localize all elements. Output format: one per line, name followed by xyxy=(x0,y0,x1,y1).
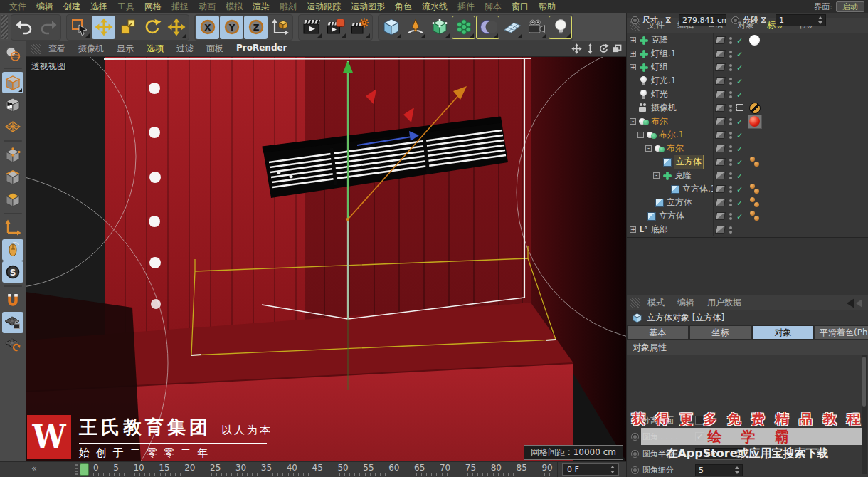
toggle-panel-icon[interactable] xyxy=(612,43,623,54)
object-tag-icon[interactable] xyxy=(748,48,761,61)
visibility-dots[interactable] xyxy=(727,64,734,71)
add-spline-button[interactable] xyxy=(403,16,427,39)
move-tool-button[interactable] xyxy=(92,16,115,39)
add-mograph-button[interactable] xyxy=(452,16,475,39)
enabled-checkmark[interactable] xyxy=(734,49,746,59)
object-tag-icon[interactable] xyxy=(748,61,761,74)
add-subdivision-button[interactable] xyxy=(428,16,451,39)
dolly-icon[interactable] xyxy=(585,43,596,54)
menu-item[interactable]: 脚本 xyxy=(480,0,507,13)
current-frame-field[interactable]: 0 F xyxy=(562,463,619,476)
viewport-canvas[interactable]: 透视视图 网格间距 : 10000 cm W 王氏教育集团 以人为本 始 创 于… xyxy=(26,57,626,461)
active-tool-button[interactable] xyxy=(164,16,188,39)
undo-button[interactable] xyxy=(12,16,36,39)
texture-mode-button[interactable] xyxy=(2,94,23,115)
object-tag-icon[interactable] xyxy=(748,75,761,88)
visibility-dots[interactable] xyxy=(727,226,734,234)
object-row[interactable]: 克隆 xyxy=(627,169,868,182)
object-row[interactable]: 灯光.1 xyxy=(627,74,868,88)
lock-y-button[interactable]: Y xyxy=(220,16,243,39)
menu-item[interactable]: 编辑 xyxy=(31,0,58,13)
viewport-menu-item[interactable]: ProRender xyxy=(230,43,294,55)
object-tag-icon[interactable] xyxy=(748,183,761,196)
menu-item[interactable]: 渲染 xyxy=(248,0,275,13)
spinner-icon[interactable] xyxy=(734,466,741,475)
visibility-dots[interactable] xyxy=(727,51,734,58)
render-settings-button[interactable] xyxy=(348,16,371,39)
object-row[interactable]: 布尔 xyxy=(627,142,868,155)
expand-toggle-icon[interactable] xyxy=(630,64,636,70)
spinner-icon[interactable] xyxy=(817,16,824,25)
timeline-ruler[interactable]: 051015202530354045505560657075808590 xyxy=(93,463,553,473)
layer-swatch[interactable] xyxy=(715,104,726,112)
object-tag-icon[interactable] xyxy=(748,210,761,223)
lock-z-button[interactable]: Z xyxy=(244,16,268,39)
viewport-menu-item[interactable]: 面板 xyxy=(200,43,230,55)
snap-button[interactable]: S xyxy=(2,261,23,283)
layer-swatch[interactable] xyxy=(715,77,726,85)
live-selection-button[interactable] xyxy=(68,16,91,39)
enabled-checkmark[interactable] xyxy=(734,76,746,86)
attribute-menu-item[interactable]: 模式 xyxy=(641,297,671,309)
enabled-checkmark[interactable] xyxy=(734,103,746,113)
menu-item[interactable]: 网格 xyxy=(139,0,166,13)
workplane-mode-button[interactable] xyxy=(2,116,23,137)
keyframe-dot-icon[interactable] xyxy=(631,466,639,474)
layer-swatch[interactable] xyxy=(715,36,726,44)
object-tag-icon[interactable] xyxy=(748,169,761,182)
enabled-checkmark[interactable] xyxy=(734,184,746,194)
layer-swatch[interactable] xyxy=(715,172,726,179)
add-camera-button[interactable] xyxy=(524,16,548,39)
keyframe-dot-icon[interactable] xyxy=(631,16,639,24)
coordinate-system-button[interactable] xyxy=(268,16,292,39)
object-row[interactable]: 布尔.1 xyxy=(627,128,868,142)
attribute-menu-item[interactable]: 编辑 xyxy=(671,297,701,309)
enabled-checkmark[interactable] xyxy=(734,90,746,100)
menu-item[interactable]: 雕刻 xyxy=(275,0,302,13)
add-environment-button[interactable] xyxy=(500,16,524,39)
timeline-playhead[interactable] xyxy=(80,463,89,476)
attribute-tab[interactable]: 基本 xyxy=(627,325,689,340)
menu-item[interactable]: 文件 xyxy=(4,0,31,13)
layer-swatch[interactable] xyxy=(715,185,726,193)
enabled-checkmark[interactable] xyxy=(734,211,746,221)
menu-item[interactable]: 帮助 xyxy=(534,0,561,13)
object-row[interactable]: 灯组 xyxy=(627,61,868,74)
orbit-icon[interactable] xyxy=(598,43,609,54)
enabled-checkmark[interactable] xyxy=(734,157,746,167)
attribute-tab[interactable]: 平滑着色(Ph xyxy=(815,325,868,340)
expand-toggle-icon[interactable] xyxy=(630,226,636,233)
layer-swatch[interactable] xyxy=(715,131,726,139)
spinner-icon[interactable] xyxy=(610,465,616,474)
visibility-dots[interactable] xyxy=(727,105,734,112)
pan-icon[interactable] xyxy=(571,43,582,54)
enabled-checkmark[interactable] xyxy=(734,171,746,181)
menu-item[interactable]: 运动跟踪 xyxy=(302,0,346,13)
object-row[interactable]: 立方体 xyxy=(627,209,868,223)
menu-item[interactable]: 模拟 xyxy=(221,0,248,13)
menu-item[interactable]: 动画 xyxy=(194,0,221,13)
value-field[interactable]: 279.841 cm xyxy=(679,14,726,26)
visibility-dots[interactable] xyxy=(727,213,734,220)
object-tag-icon[interactable] xyxy=(748,196,761,209)
expand-toggle-icon[interactable] xyxy=(645,145,652,152)
layer-swatch[interactable] xyxy=(715,50,726,58)
menu-item[interactable]: 角色 xyxy=(390,0,417,13)
object-tag-icon[interactable] xyxy=(748,129,761,142)
viewport-menu-item[interactable]: 选项 xyxy=(140,43,170,55)
attribute-tab[interactable]: 对象 xyxy=(752,325,814,340)
visibility-dots[interactable] xyxy=(727,159,734,166)
viewport-menu-item[interactable]: 查看 xyxy=(42,43,72,55)
points-mode-button[interactable] xyxy=(2,145,23,166)
menu-item[interactable]: 工具 xyxy=(112,0,139,13)
viewport-solo-button[interactable] xyxy=(2,239,23,261)
polygons-mode-button[interactable] xyxy=(2,189,23,210)
toolbar-grip[interactable] xyxy=(1,15,8,39)
expand-toggle-icon[interactable] xyxy=(653,172,660,179)
viewport-menu-item[interactable]: 过滤 xyxy=(170,43,200,55)
visibility-dots[interactable] xyxy=(727,37,734,44)
enabled-checkmark[interactable] xyxy=(734,36,746,46)
viewport-menu-item[interactable]: 摄像机 xyxy=(72,43,110,55)
object-tag-icon[interactable] xyxy=(748,102,761,115)
object-row[interactable]: 布尔 xyxy=(627,115,868,128)
